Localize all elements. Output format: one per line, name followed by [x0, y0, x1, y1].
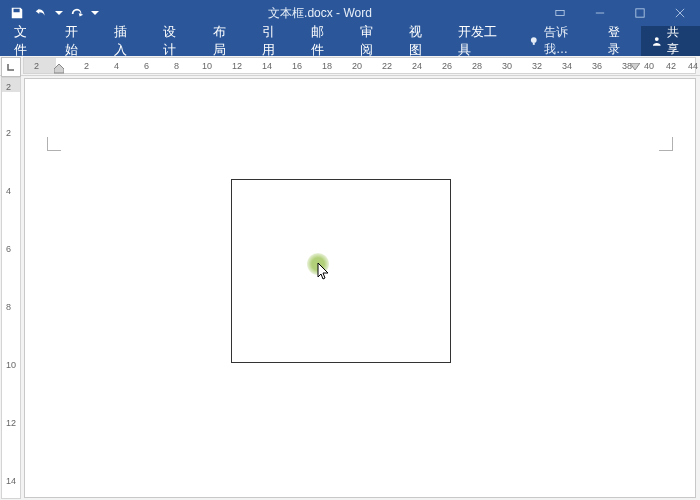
document-canvas[interactable] [24, 78, 696, 498]
share-button[interactable]: 共享 [641, 26, 700, 56]
close-icon [675, 8, 685, 18]
share-label: 共享 [667, 24, 690, 58]
tell-me-button[interactable]: 告诉我… [520, 26, 598, 56]
ruler-tick: 32 [532, 61, 542, 71]
vertical-ruler[interactable]: 2 2 4 6 8 10 12 14 [1, 77, 21, 499]
tab-selector-button[interactable] [1, 57, 21, 77]
svg-rect-0 [556, 11, 564, 16]
maximize-icon [635, 8, 645, 18]
ruler-tick: 2 [6, 128, 11, 138]
undo-dropdown-button[interactable] [54, 2, 64, 24]
tab-view[interactable]: 视图 [397, 26, 446, 56]
ruler-tick: 24 [412, 61, 422, 71]
login-button[interactable]: 登录 [598, 26, 641, 56]
save-button[interactable] [6, 2, 28, 24]
save-icon [10, 6, 24, 20]
ruler-tick: 12 [232, 61, 242, 71]
tab-file[interactable]: 文件 [0, 26, 53, 56]
ruler-tick: 4 [114, 61, 119, 71]
ruler-tick: 36 [592, 61, 602, 71]
window-title: 文本框.docx - Word [100, 5, 540, 22]
window-controls [540, 0, 700, 26]
chevron-down-icon [90, 6, 100, 20]
ruler-tick: 18 [322, 61, 332, 71]
ruler-tick: 26 [442, 61, 452, 71]
redo-button[interactable] [66, 2, 88, 24]
ruler-tick: 6 [144, 61, 149, 71]
chevron-down-icon [54, 6, 64, 20]
ribbon-icon [555, 8, 565, 18]
quick-access-toolbar [0, 2, 100, 24]
minimize-icon [595, 8, 605, 18]
ribbon-display-button[interactable] [540, 0, 580, 26]
page-margin-corner [659, 137, 673, 151]
minimize-button[interactable] [580, 0, 620, 26]
ruler-tick: 22 [382, 61, 392, 71]
horizontal-ruler-area: 2 2 4 6 8 10 12 14 16 18 20 22 24 26 28 … [0, 56, 700, 76]
ruler-tick: 14 [262, 61, 272, 71]
tab-references[interactable]: 引用 [250, 26, 299, 56]
ruler-tick: 2 [6, 82, 11, 92]
tab-developer[interactable]: 开发工具 [446, 26, 520, 56]
svg-rect-6 [533, 43, 535, 45]
tab-home[interactable]: 开始 [53, 26, 102, 56]
text-box-shape[interactable] [231, 179, 451, 363]
ruler-tick: 20 [352, 61, 362, 71]
right-indent-marker[interactable] [630, 60, 640, 74]
ruler-tick: 28 [472, 61, 482, 71]
left-indent-marker[interactable] [54, 64, 64, 74]
close-button[interactable] [660, 0, 700, 26]
ruler-tick: 40 [644, 61, 654, 71]
svg-point-7 [655, 37, 659, 41]
tab-review[interactable]: 审阅 [348, 26, 397, 56]
redo-icon [70, 6, 84, 20]
ruler-tick: 16 [292, 61, 302, 71]
maximize-button[interactable] [620, 0, 660, 26]
ruler-tick: 34 [562, 61, 572, 71]
ruler-tick: 12 [6, 418, 16, 428]
tab-mailings[interactable]: 邮件 [299, 26, 348, 56]
ruler-tick: 2 [84, 61, 89, 71]
title-bar: 文本框.docx - Word [0, 0, 700, 26]
cursor-arrow-icon [317, 263, 331, 281]
tell-me-label: 告诉我… [544, 24, 590, 58]
ruler-tick: 30 [502, 61, 512, 71]
ruler-tick: 44 [688, 61, 698, 71]
ruler-tick: 6 [6, 244, 11, 254]
ruler-tick: 10 [202, 61, 212, 71]
tab-design[interactable]: 设计 [151, 26, 200, 56]
tab-layout[interactable]: 布局 [201, 26, 250, 56]
tab-stop-icon [6, 62, 16, 72]
svg-rect-2 [636, 9, 644, 17]
person-icon [651, 35, 663, 47]
horizontal-ruler[interactable]: 2 2 4 6 8 10 12 14 16 18 20 22 24 26 28 … [23, 57, 696, 74]
ruler-tick: 8 [6, 302, 11, 312]
svg-point-5 [531, 37, 537, 43]
ruler-tick: 8 [174, 61, 179, 71]
undo-icon [34, 6, 48, 20]
ruler-tick: 42 [666, 61, 676, 71]
ruler-tick: 14 [6, 476, 16, 486]
ruler-tick: 2 [34, 61, 39, 71]
ruler-tick: 4 [6, 186, 11, 196]
workspace: 2 2 4 6 8 10 12 14 [0, 76, 700, 500]
ruler-tick: 10 [6, 360, 16, 370]
lightbulb-icon [528, 35, 540, 47]
undo-button[interactable] [30, 2, 52, 24]
ribbon-tabs: 文件 开始 插入 设计 布局 引用 邮件 审阅 视图 开发工具 告诉我… 登录 … [0, 26, 700, 56]
customize-qat-button[interactable] [90, 2, 100, 24]
page-margin-corner [47, 137, 61, 151]
tab-insert[interactable]: 插入 [102, 26, 151, 56]
